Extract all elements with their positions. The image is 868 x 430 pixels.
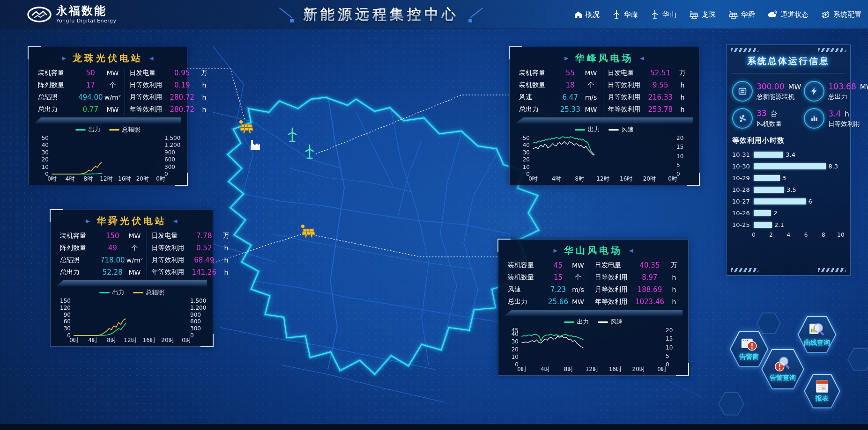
stat-value: 25.66 bbox=[548, 298, 568, 306]
svg-text:12时: 12时 bbox=[586, 366, 598, 372]
solar-station-marker[interactable] bbox=[237, 118, 255, 137]
svg-text:60: 60 bbox=[64, 318, 71, 325]
legend-item[interactable]: 出力 bbox=[75, 125, 101, 134]
legend-item[interactable]: 总辐照 bbox=[133, 288, 164, 297]
svg-text:10: 10 bbox=[676, 153, 683, 160]
stat-label: 日等效利用 bbox=[130, 81, 170, 89]
report-button[interactable]: 报表 bbox=[802, 372, 842, 410]
stat-value: 150 bbox=[100, 232, 125, 240]
legend-label: 出力 bbox=[588, 125, 600, 134]
legend-item[interactable]: 总辐照 bbox=[109, 125, 141, 134]
stat-value: 253.78 bbox=[648, 105, 673, 114]
stat-value: 25.33 bbox=[559, 105, 581, 114]
stat-unit: 个 bbox=[568, 273, 588, 282]
svg-text:150: 150 bbox=[60, 298, 71, 304]
svg-text:20时: 20时 bbox=[643, 175, 656, 182]
wind-turbine-marker[interactable] bbox=[285, 126, 300, 145]
station-panel-huashun: ▶ 华舜光伏电站 ◀ 装机容量 150 MW 阵列数量 49 个 总辐照 718… bbox=[50, 210, 213, 347]
nav-label: 华山 bbox=[662, 10, 676, 19]
nav-label: 系统配置 bbox=[833, 10, 861, 19]
stat-label: 阵列数量 bbox=[60, 244, 100, 252]
svg-text:40: 40 bbox=[42, 142, 49, 148]
svg-text:50: 50 bbox=[42, 135, 49, 141]
nav-item-huashan[interactable]: 华山 bbox=[651, 10, 676, 19]
nav-item-longzhu[interactable]: 龙珠 bbox=[689, 10, 716, 19]
stat-value: 18 bbox=[559, 81, 581, 89]
nav-item-overview[interactable]: 概况 bbox=[574, 10, 600, 19]
stat-unit: 万 bbox=[216, 232, 236, 240]
nav-item-system-config[interactable]: 系统配置 bbox=[821, 10, 861, 19]
svg-text:900: 900 bbox=[164, 149, 175, 156]
quick-action-label: 告警查询 bbox=[770, 374, 796, 382]
nav-item-huafeng[interactable]: 华峰 bbox=[612, 10, 638, 19]
stat-unit: h bbox=[216, 269, 236, 276]
stat-label: 总出力 bbox=[38, 105, 78, 114]
factory-marker[interactable] bbox=[248, 138, 262, 153]
home-icon bbox=[574, 11, 582, 19]
stat-value: 50 bbox=[78, 69, 103, 77]
legend-label: 出力 bbox=[112, 288, 125, 297]
solar-station-marker[interactable] bbox=[299, 223, 317, 241]
stat-label: 总出力 bbox=[508, 298, 548, 306]
legend-item[interactable]: 风速 bbox=[598, 318, 623, 326]
stat-unit: MW bbox=[581, 69, 601, 77]
legend-label: 风速 bbox=[611, 318, 623, 326]
legend-item[interactable]: 出力 bbox=[564, 318, 589, 326]
legend-item[interactable]: 出力 bbox=[575, 125, 600, 134]
stat-unit: h bbox=[216, 256, 236, 264]
stat-unit: MW bbox=[568, 298, 588, 306]
alarm-query-button[interactable]: 告警查询 bbox=[759, 347, 807, 391]
stat-unit: h bbox=[673, 106, 692, 113]
svg-text:20: 20 bbox=[512, 346, 519, 353]
stat-row: 日等效利用 0.19 h bbox=[125, 79, 216, 91]
stat-row: 装机容量 50 MW bbox=[33, 67, 125, 79]
stat-label: 年等效利用 bbox=[152, 268, 192, 277]
stat-unit: 万 bbox=[664, 261, 684, 270]
svg-text:50: 50 bbox=[523, 135, 530, 141]
stat-row: 日等效利用 8.97 h bbox=[590, 271, 686, 284]
stat-value: 0.19 bbox=[170, 81, 195, 89]
stat-row: 阵列数量 49 个 bbox=[55, 242, 147, 254]
legend-item[interactable]: 风速 bbox=[608, 125, 634, 134]
wind-turbine-marker[interactable] bbox=[302, 143, 317, 162]
hazard-stripe-decor bbox=[731, 48, 758, 52]
legend-label: 出力 bbox=[89, 125, 101, 134]
stat-unit: h bbox=[664, 286, 684, 293]
svg-text:1,500: 1,500 bbox=[164, 135, 180, 141]
triangle-left-icon: ◀ bbox=[173, 218, 177, 224]
legend-label: 总辐照 bbox=[146, 288, 164, 297]
panel-divider-shelf bbox=[504, 310, 683, 316]
stat-value: 280.72 bbox=[170, 93, 195, 102]
stat-unit: 万 bbox=[194, 69, 214, 77]
svg-text:30: 30 bbox=[64, 325, 71, 332]
huashun-output-chart: 15012090603001,5001,20090060030000时4时8时1… bbox=[55, 297, 208, 343]
stat-row: 装机容量 55 MW bbox=[514, 67, 603, 79]
stat-row: 日发电量 0.95 万 bbox=[125, 67, 216, 79]
stat-row: 月等效利用 216.33 h bbox=[603, 91, 695, 103]
stat-value: 8.97 bbox=[635, 273, 664, 282]
stat-label: 年等效利用 bbox=[595, 298, 635, 306]
stat-row: 装机数量 15 个 bbox=[503, 271, 590, 284]
station-title: ▶ 华峰风电场 ◀ bbox=[514, 50, 694, 66]
legend-label: 风速 bbox=[622, 125, 634, 134]
stat-label: 月等效利用 bbox=[595, 285, 635, 294]
stat-unit: MW bbox=[103, 106, 123, 113]
metric-total-output: 103.68MW 总出力 bbox=[804, 81, 868, 102]
legend-item[interactable]: 出力 bbox=[99, 288, 125, 297]
legend-swatch bbox=[109, 129, 119, 131]
nav-item-huashun[interactable]: 华舜 bbox=[728, 10, 755, 19]
svg-text:10: 10 bbox=[666, 344, 673, 351]
quick-action-label: 告警窗 bbox=[739, 353, 759, 361]
nav-item-channel-status[interactable]: 通道状态 bbox=[768, 10, 809, 19]
report-icon bbox=[815, 379, 830, 394]
station-panel-longzhu: ▶ 龙珠光伏电站 ◀ 装机容量 50 MW 阵列数量 17 个 总辐照 494.… bbox=[28, 47, 187, 185]
svg-text:1,200: 1,200 bbox=[190, 305, 206, 311]
svg-text:600: 600 bbox=[164, 156, 175, 163]
svg-text:0时: 0时 bbox=[517, 366, 527, 372]
bar-row: 10-313.4 bbox=[732, 149, 845, 160]
stat-unit: 个 bbox=[125, 244, 145, 252]
stat-row: 风速 6.47 m/s bbox=[514, 91, 603, 103]
triangle-right-icon: ▶ bbox=[554, 248, 557, 254]
svg-text:1,500: 1,500 bbox=[190, 298, 206, 304]
stat-value: 15 bbox=[548, 273, 568, 282]
